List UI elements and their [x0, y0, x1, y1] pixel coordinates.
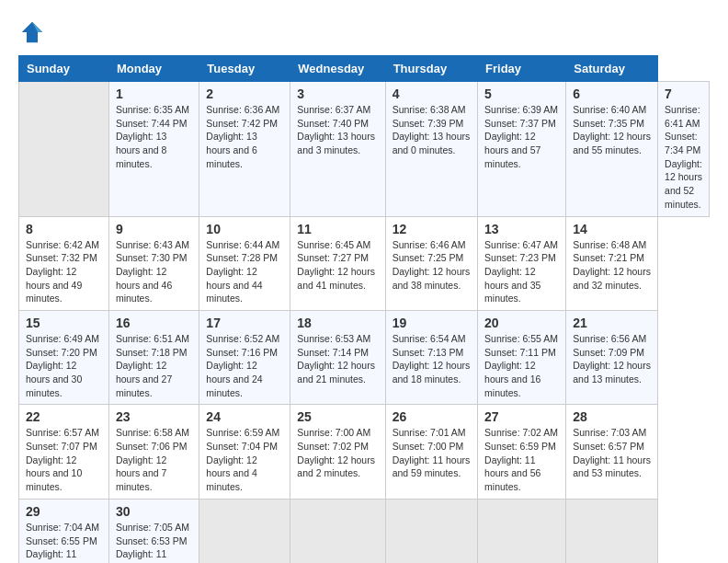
calendar-cell: 1Sunrise: 6:35 AMSunset: 7:44 PMDaylight…: [108, 82, 199, 217]
calendar-cell: 26Sunrise: 7:01 AMSunset: 7:00 PMDayligh…: [385, 405, 477, 499]
calendar-cell: [385, 499, 477, 563]
day-info: Sunrise: 6:45 AMSunset: 7:27 PMDaylight:…: [297, 238, 378, 293]
day-number: 8: [26, 222, 102, 236]
weekday-header-sunday: Sunday: [19, 56, 109, 82]
day-info: Sunrise: 6:53 AMSunset: 7:14 PMDaylight:…: [297, 332, 378, 386]
day-info: Sunrise: 6:57 AMSunset: 7:07 PMDaylight:…: [26, 426, 102, 493]
day-info: Sunrise: 6:36 AMSunset: 7:42 PMDaylight:…: [206, 103, 283, 170]
calendar-cell: 23Sunrise: 6:58 AMSunset: 7:06 PMDayligh…: [108, 405, 199, 499]
calendar-body: 1Sunrise: 6:35 AMSunset: 7:44 PMDaylight…: [19, 82, 710, 564]
day-number: 6: [573, 86, 651, 101]
day-number: 28: [573, 409, 651, 424]
day-info: Sunrise: 6:41 AMSunset: 7:34 PMDaylight:…: [665, 103, 702, 212]
page-header: [18, 18, 710, 46]
day-number: 16: [116, 316, 192, 330]
calendar-cell: 4Sunrise: 6:38 AMSunset: 7:39 PMDaylight…: [385, 82, 477, 217]
day-info: Sunrise: 7:02 AMSunset: 6:59 PMDaylight:…: [484, 426, 559, 493]
calendar-cell: 13Sunrise: 6:47 AMSunset: 7:23 PMDayligh…: [478, 216, 566, 310]
calendar-cell: 21Sunrise: 6:56 AMSunset: 7:09 PMDayligh…: [566, 310, 658, 404]
day-number: 14: [573, 222, 651, 236]
day-number: 9: [116, 222, 192, 236]
logo: [18, 18, 50, 46]
day-info: Sunrise: 6:47 AMSunset: 7:23 PMDaylight:…: [484, 238, 559, 305]
day-info: Sunrise: 6:55 AMSunset: 7:11 PMDaylight:…: [484, 332, 559, 399]
day-info: Sunrise: 6:42 AMSunset: 7:32 PMDaylight:…: [26, 238, 102, 305]
calendar-cell: [19, 82, 109, 217]
calendar-cell: 16Sunrise: 6:51 AMSunset: 7:18 PMDayligh…: [108, 310, 199, 404]
day-number: 27: [484, 409, 559, 424]
day-info: Sunrise: 6:58 AMSunset: 7:06 PMDaylight:…: [116, 426, 192, 493]
calendar-cell: 20Sunrise: 6:55 AMSunset: 7:11 PMDayligh…: [478, 310, 566, 404]
day-info: Sunrise: 7:05 AMSunset: 6:53 PMDaylight:…: [116, 521, 192, 563]
calendar-cell: 30Sunrise: 7:05 AMSunset: 6:53 PMDayligh…: [108, 499, 199, 563]
day-number: 21: [573, 316, 651, 330]
day-number: 3: [297, 86, 378, 101]
calendar-cell: 3Sunrise: 6:37 AMSunset: 7:40 PMDaylight…: [290, 82, 385, 217]
day-number: 11: [297, 222, 378, 236]
day-number: 24: [206, 409, 283, 424]
day-info: Sunrise: 7:00 AMSunset: 7:02 PMDaylight:…: [297, 426, 378, 480]
day-number: 10: [206, 222, 283, 236]
calendar-table: SundayMondayTuesdayWednesdayThursdayFrid…: [18, 55, 710, 563]
calendar-cell: 7Sunrise: 6:41 AMSunset: 7:34 PMDaylight…: [658, 82, 710, 217]
day-info: Sunrise: 6:43 AMSunset: 7:30 PMDaylight:…: [116, 238, 192, 305]
day-number: 7: [665, 86, 702, 101]
calendar-cell: 5Sunrise: 6:39 AMSunset: 7:37 PMDaylight…: [478, 82, 566, 217]
calendar-cell: 29Sunrise: 7:04 AMSunset: 6:55 PMDayligh…: [19, 499, 109, 563]
calendar-week-2: 8Sunrise: 6:42 AMSunset: 7:32 PMDaylight…: [19, 216, 710, 310]
weekday-header-tuesday: Tuesday: [199, 56, 290, 82]
day-info: Sunrise: 6:56 AMSunset: 7:09 PMDaylight:…: [573, 332, 651, 386]
day-number: 13: [484, 222, 559, 236]
day-info: Sunrise: 6:51 AMSunset: 7:18 PMDaylight:…: [116, 332, 192, 399]
calendar-cell: 28Sunrise: 7:03 AMSunset: 6:57 PMDayligh…: [566, 405, 658, 499]
calendar-cell: 8Sunrise: 6:42 AMSunset: 7:32 PMDaylight…: [19, 216, 109, 310]
day-number: 30: [116, 504, 192, 519]
day-info: Sunrise: 6:39 AMSunset: 7:37 PMDaylight:…: [484, 103, 559, 170]
calendar-cell: 27Sunrise: 7:02 AMSunset: 6:59 PMDayligh…: [478, 405, 566, 499]
weekday-header-thursday: Thursday: [385, 56, 477, 82]
calendar-cell: 14Sunrise: 6:48 AMSunset: 7:21 PMDayligh…: [566, 216, 658, 310]
day-info: Sunrise: 6:44 AMSunset: 7:28 PMDaylight:…: [206, 238, 283, 305]
calendar-week-1: 1Sunrise: 6:35 AMSunset: 7:44 PMDaylight…: [19, 82, 710, 217]
calendar-cell: 9Sunrise: 6:43 AMSunset: 7:30 PMDaylight…: [108, 216, 199, 310]
day-number: 2: [206, 86, 283, 101]
calendar-cell: 11Sunrise: 6:45 AMSunset: 7:27 PMDayligh…: [290, 216, 385, 310]
calendar-cell: [199, 499, 290, 563]
day-number: 5: [484, 86, 559, 101]
calendar-week-3: 15Sunrise: 6:49 AMSunset: 7:20 PMDayligh…: [19, 310, 710, 404]
day-number: 4: [392, 86, 471, 101]
calendar-header: SundayMondayTuesdayWednesdayThursdayFrid…: [19, 56, 710, 82]
day-number: 19: [392, 316, 471, 330]
weekday-header-wednesday: Wednesday: [290, 56, 385, 82]
calendar-cell: 10Sunrise: 6:44 AMSunset: 7:28 PMDayligh…: [199, 216, 290, 310]
day-number: 17: [206, 316, 283, 330]
calendar-cell: [290, 499, 385, 563]
day-number: 12: [392, 222, 471, 236]
day-info: Sunrise: 6:52 AMSunset: 7:16 PMDaylight:…: [206, 332, 283, 399]
calendar-week-5: 29Sunrise: 7:04 AMSunset: 6:55 PMDayligh…: [19, 499, 710, 563]
calendar-cell: [478, 499, 566, 563]
calendar-cell: 25Sunrise: 7:00 AMSunset: 7:02 PMDayligh…: [290, 405, 385, 499]
calendar-cell: 17Sunrise: 6:52 AMSunset: 7:16 PMDayligh…: [199, 310, 290, 404]
day-info: Sunrise: 6:46 AMSunset: 7:25 PMDaylight:…: [392, 238, 471, 293]
logo-icon: [18, 18, 46, 46]
day-number: 1: [116, 86, 192, 101]
weekday-header-monday: Monday: [108, 56, 199, 82]
calendar-cell: 6Sunrise: 6:40 AMSunset: 7:35 PMDaylight…: [566, 82, 658, 217]
day-number: 15: [26, 316, 102, 330]
calendar-cell: 18Sunrise: 6:53 AMSunset: 7:14 PMDayligh…: [290, 310, 385, 404]
calendar-week-4: 22Sunrise: 6:57 AMSunset: 7:07 PMDayligh…: [19, 405, 710, 499]
day-info: Sunrise: 6:59 AMSunset: 7:04 PMDaylight:…: [206, 426, 283, 493]
day-info: Sunrise: 6:40 AMSunset: 7:35 PMDaylight:…: [573, 103, 651, 157]
calendar-cell: 19Sunrise: 6:54 AMSunset: 7:13 PMDayligh…: [385, 310, 477, 404]
calendar-cell: 22Sunrise: 6:57 AMSunset: 7:07 PMDayligh…: [19, 405, 109, 499]
day-info: Sunrise: 7:04 AMSunset: 6:55 PMDaylight:…: [26, 521, 102, 563]
calendar-cell: 24Sunrise: 6:59 AMSunset: 7:04 PMDayligh…: [199, 405, 290, 499]
weekday-header-saturday: Saturday: [566, 56, 658, 82]
day-number: 22: [26, 409, 102, 424]
day-number: 25: [297, 409, 378, 424]
day-number: 23: [116, 409, 192, 424]
day-info: Sunrise: 6:38 AMSunset: 7:39 PMDaylight:…: [392, 103, 471, 157]
calendar-cell: [566, 499, 658, 563]
calendar-cell: 12Sunrise: 6:46 AMSunset: 7:25 PMDayligh…: [385, 216, 477, 310]
